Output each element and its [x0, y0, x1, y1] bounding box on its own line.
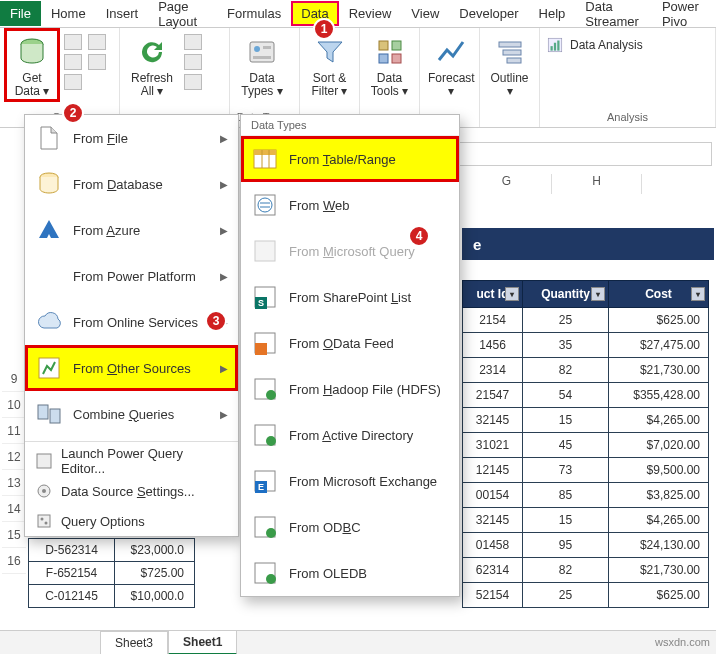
menu-combine-queries-label: Combine Queries [73, 407, 210, 422]
menu-from-sharepoint[interactable]: S From SharePoint List [241, 274, 459, 320]
ribbon: Get Data ▾ Ge Refresh All ▾ [0, 28, 716, 128]
row-header[interactable]: 15 [2, 522, 26, 548]
table-row[interactable]: 231482$21,730.00 [463, 358, 709, 383]
row-header[interactable]: 11 [2, 418, 26, 444]
menu-from-power-platform[interactable]: From Power Platform ▶ [25, 253, 238, 299]
data-tools-button[interactable]: Data Tools ▾ [366, 30, 413, 100]
sort-filter-button[interactable]: Sort & Filter ▾ [306, 30, 353, 100]
table-row[interactable]: 3102145$7,020.00 [463, 433, 709, 458]
table-row[interactable]: 215425$625.00 [463, 308, 709, 333]
menu-from-hadoop[interactable]: From Hadoop File (HDFS) [241, 366, 459, 412]
tab-view[interactable]: View [401, 1, 449, 26]
queries-connections-icon[interactable] [184, 34, 202, 50]
forecast-button[interactable]: Forecast▾ [426, 30, 477, 100]
properties-icon[interactable] [184, 54, 202, 70]
svg-rect-11 [507, 58, 521, 63]
recent-sources-icon[interactable] [88, 34, 106, 50]
menu-from-file[interactable]: From File ▶ [25, 115, 238, 161]
table-banner: e [462, 228, 714, 260]
menu-from-web[interactable]: From Web [241, 182, 459, 228]
chevron-right-icon: ▶ [220, 133, 228, 144]
svg-point-46 [266, 528, 276, 538]
tab-developer[interactable]: Developer [449, 1, 528, 26]
row-header[interactable]: 10 [2, 392, 26, 418]
ad-icon [251, 421, 279, 449]
group-caption-analysis: Analysis [546, 109, 709, 125]
tab-insert[interactable]: Insert [96, 1, 149, 26]
table-row[interactable]: 6231482$21,730.00 [463, 558, 709, 583]
tab-help[interactable]: Help [529, 1, 576, 26]
svg-rect-14 [554, 43, 556, 51]
menu-from-file-label: From File [73, 131, 210, 146]
row-header[interactable]: 13 [2, 470, 26, 496]
refresh-all-button[interactable]: Refresh All ▾ [126, 30, 178, 100]
table-row[interactable]: 5215425$625.00 [463, 583, 709, 608]
table-row[interactable]: F-652154$725.00 [29, 562, 195, 585]
other-sources-icon [35, 354, 63, 382]
row-header[interactable]: 12 [2, 444, 26, 470]
col-product-id[interactable]: uct Id▾ [463, 281, 523, 308]
from-text-csv-icon[interactable] [64, 34, 82, 50]
odbc-icon [251, 513, 279, 541]
sort-filter-label: Sort & Filter ▾ [308, 72, 351, 98]
table-row[interactable]: 2154754$355,428.00 [463, 383, 709, 408]
col-header-h[interactable]: H [552, 174, 642, 194]
filter-dropdown-icon[interactable]: ▾ [591, 287, 605, 301]
tab-formulas[interactable]: Formulas [217, 1, 291, 26]
col-quantity[interactable]: Quantity▾ [523, 281, 609, 308]
chevron-right-icon: ▶ [220, 363, 228, 374]
callout-badge-1: 1 [313, 18, 335, 40]
svg-rect-27 [254, 150, 276, 155]
menu-from-odbc[interactable]: From ODBC [241, 504, 459, 550]
tab-file[interactable]: File [0, 1, 41, 26]
row-header[interactable]: 9 [2, 366, 26, 392]
table-row[interactable]: 3214515$4,265.00 [463, 508, 709, 533]
data-types-button[interactable]: Data Types ▾ [236, 30, 288, 100]
table-row[interactable]: 1214573$9,500.00 [463, 458, 709, 483]
chevron-right-icon: ▶ [220, 225, 228, 236]
from-table-icon[interactable] [64, 74, 82, 90]
table-row[interactable]: C-012145$10,000.0 [29, 585, 195, 608]
row-header[interactable]: 16 [2, 548, 26, 574]
menu-launch-pq-editor[interactable]: Launch Power Query Editor... [25, 446, 238, 476]
menu-from-table-range[interactable]: From Table/Range [241, 136, 459, 182]
from-web-icon[interactable] [64, 54, 82, 70]
table-row[interactable]: 145635$27,475.00 [463, 333, 709, 358]
sheet-tab-sheet1[interactable]: Sheet1 [168, 630, 237, 654]
outline-button[interactable]: Outline▾ [486, 30, 533, 100]
table-row[interactable]: 3214515$4,265.00 [463, 408, 709, 433]
col-cost[interactable]: Cost▾ [609, 281, 709, 308]
tab-home[interactable]: Home [41, 1, 96, 26]
menu-from-oledb[interactable]: From OLEDB [241, 550, 459, 596]
menu-from-active-directory[interactable]: From Active Directory [241, 412, 459, 458]
data-analysis-button[interactable]: Data Analysis [546, 36, 643, 54]
menu-from-odata[interactable]: From OData Feed [241, 320, 459, 366]
svg-point-24 [41, 518, 44, 521]
svg-text:E: E [258, 482, 264, 492]
sheet-tab-sheet3[interactable]: Sheet3 [100, 631, 168, 655]
menu-from-other-sources[interactable]: From Other Sources ▶ [25, 345, 238, 391]
tab-review[interactable]: Review [339, 1, 402, 26]
menu-query-options[interactable]: Query Options [25, 506, 238, 536]
menu-from-table-range-label: From Table/Range [289, 152, 449, 167]
menu-from-exchange[interactable]: E From Microsoft Exchange [241, 458, 459, 504]
filter-dropdown-icon[interactable]: ▾ [691, 287, 705, 301]
edit-links-icon[interactable] [184, 74, 202, 90]
col-header-g[interactable]: G [462, 174, 552, 194]
row-header[interactable]: 14 [2, 496, 26, 522]
table-row[interactable]: 0015485$3,825.00 [463, 483, 709, 508]
menu-from-database[interactable]: From Database ▶ [25, 161, 238, 207]
get-data-button[interactable]: Get Data ▾ [6, 30, 58, 100]
table-row[interactable]: 0145895$24,130.00 [463, 533, 709, 558]
azure-icon [35, 216, 63, 244]
right-data-table: e uct Id▾ Quantity▾ Cost▾ 215425$625.001… [462, 228, 714, 608]
table-row[interactable]: D-562314$23,000.0 [29, 539, 195, 562]
existing-connections-icon[interactable] [88, 54, 106, 70]
menu-combine-queries[interactable]: Combine Queries ▶ [25, 391, 238, 437]
chevron-right-icon: ▶ [220, 271, 228, 282]
filter-dropdown-icon[interactable]: ▾ [505, 287, 519, 301]
forecast-icon [435, 36, 467, 68]
menu-data-source-settings[interactable]: Data Source Settings... [25, 476, 238, 506]
menu-from-azure[interactable]: From Azure ▶ [25, 207, 238, 253]
data-analysis-icon [546, 36, 564, 54]
